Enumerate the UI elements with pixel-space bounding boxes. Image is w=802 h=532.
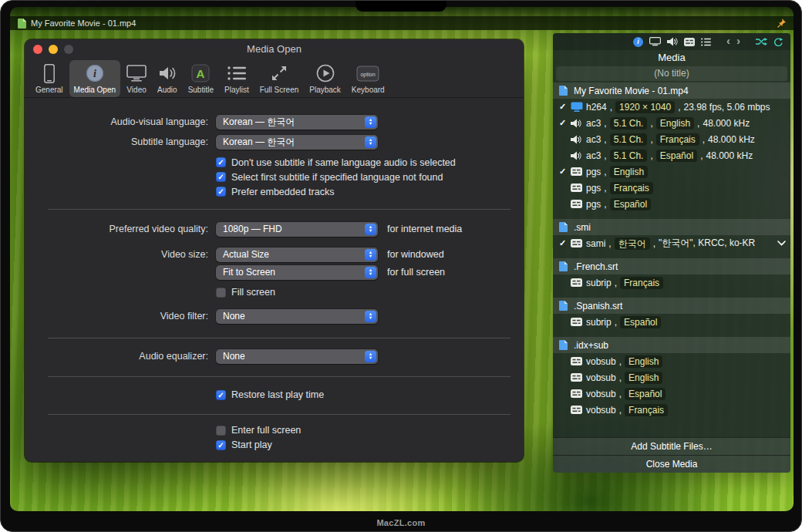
subtitle-tracks-icon[interactable] bbox=[684, 38, 695, 46]
stepper-icon: ▲▼ bbox=[365, 351, 376, 362]
track-badge: Español bbox=[610, 198, 651, 210]
subtitle-track-icon bbox=[571, 167, 586, 176]
track-text: vobsub bbox=[586, 389, 616, 399]
media-track-row[interactable]: subrip,Español bbox=[553, 314, 790, 330]
media-file-row[interactable]: .smi bbox=[553, 219, 790, 235]
media-track-row[interactable]: vobsub,Español bbox=[553, 386, 790, 402]
track-badge: 5.1 Ch. bbox=[610, 133, 648, 146]
media-file-row[interactable]: .French.srt bbox=[553, 258, 790, 274]
media-track-row[interactable]: vobsub,Français bbox=[553, 402, 790, 418]
row-gap bbox=[553, 291, 790, 298]
checkbox[interactable] bbox=[216, 172, 226, 182]
track-badge: Français bbox=[610, 182, 653, 194]
stepper-icon: ▲▼ bbox=[365, 224, 376, 235]
subtitle-track-icon bbox=[571, 239, 586, 247]
track-text: , bbox=[678, 102, 680, 113]
audio-track-icon bbox=[571, 135, 586, 144]
window-titlebar[interactable]: My Favorite Movie - 01.mp4 bbox=[10, 16, 794, 30]
video-size-windowed-select[interactable]: Actual Size ▲▼ bbox=[216, 247, 378, 262]
separator bbox=[48, 414, 511, 415]
track-text: , bbox=[610, 102, 612, 113]
track-text: ac3 bbox=[586, 150, 601, 161]
subtitle-track-icon bbox=[571, 184, 586, 192]
subtitle-track-icon bbox=[571, 278, 586, 287]
video-quality-select[interactable]: 1080p — FHD ▲▼ bbox=[216, 222, 378, 237]
media-track-row[interactable]: vobsub,English bbox=[553, 353, 790, 369]
audio-track-icon bbox=[571, 119, 586, 128]
start-play-checkbox[interactable] bbox=[216, 440, 226, 450]
window-title: My Favorite Movie - 01.mp4 bbox=[31, 16, 136, 30]
separator bbox=[48, 376, 511, 377]
track-text: h264 bbox=[586, 102, 607, 113]
track-text: ac3 bbox=[586, 134, 601, 145]
track-badge: 5.1 Ch. bbox=[610, 150, 648, 162]
file-name: My Favorite Movie - 01.mp4 bbox=[574, 86, 689, 96]
media-track-row[interactable]: ✓pgs,English bbox=[553, 163, 790, 180]
playlist-icon[interactable] bbox=[701, 38, 711, 46]
video-quality-row: Preferred video quality: 1080p — FHD ▲▼ … bbox=[25, 221, 524, 237]
video-tracks-icon[interactable] bbox=[649, 37, 661, 46]
next-icon[interactable]: › bbox=[736, 35, 740, 46]
chevron-down-icon[interactable] bbox=[777, 241, 786, 246]
close-media-button[interactable]: Close Media bbox=[553, 455, 790, 473]
fill-screen-checkbox[interactable] bbox=[216, 288, 226, 298]
checkbox-label: Start play bbox=[231, 439, 272, 450]
media-track-row[interactable]: ✓sami,한국어,"한국어", KRCC, ko-KR bbox=[553, 235, 790, 251]
media-track-row[interactable]: ✓h264,1920 × 1040,23.98 fps, 5.06 mbps bbox=[553, 99, 790, 115]
track-badge: English bbox=[656, 117, 694, 130]
pin-icon[interactable] bbox=[777, 19, 786, 28]
track-text: vobsub bbox=[586, 372, 616, 383]
track-text: subrip bbox=[586, 278, 612, 288]
track-text: , bbox=[619, 356, 622, 367]
enter-full-screen-checkbox[interactable] bbox=[216, 426, 226, 436]
stepper-icon: ▲▼ bbox=[365, 311, 376, 322]
audio-visual-language-select[interactable]: Korean — 한국어 ▲▼ bbox=[216, 115, 378, 130]
add-subtitle-files-button[interactable]: Add Subtitle Files… bbox=[553, 437, 790, 455]
movie-file-icon bbox=[18, 19, 26, 29]
field-note: for internet media bbox=[387, 224, 462, 234]
desktop: My Favorite Movie - 01.mp4 Media Open Ge… bbox=[10, 7, 794, 511]
media-track-row[interactable]: pgs,Español bbox=[553, 196, 790, 212]
repeat-icon[interactable] bbox=[773, 37, 783, 46]
media-no-title: (No title) bbox=[556, 66, 787, 81]
checkbox[interactable] bbox=[216, 187, 226, 197]
media-file-row[interactable]: .idx+sub bbox=[553, 337, 790, 353]
video-size-fullscreen-select[interactable]: Fit to Screen ▲▼ bbox=[216, 265, 378, 280]
field-label: Video size: bbox=[25, 247, 208, 262]
subtitle-track-icon bbox=[571, 200, 586, 208]
audio-tracks-icon[interactable] bbox=[667, 37, 678, 46]
checkbox-label: Fill screen bbox=[231, 287, 275, 298]
media-track-row[interactable]: ac3,5.1 Ch.,Español,48.000 kHz bbox=[553, 147, 790, 163]
media-track-row[interactable]: ✓ac3,5.1 Ch.,English,48.000 kHz bbox=[553, 115, 790, 131]
media-track-row[interactable]: vobsub,English bbox=[553, 369, 790, 386]
media-info-icon[interactable]: i bbox=[633, 37, 643, 47]
check-icon: ✓ bbox=[559, 238, 571, 248]
checkbox[interactable] bbox=[216, 157, 226, 167]
media-file-row[interactable]: .Spanish.srt bbox=[553, 298, 790, 314]
media-file-row[interactable]: My Favorite Movie - 01.mp4 bbox=[553, 82, 790, 99]
file-name: .French.srt bbox=[574, 261, 618, 272]
media-track-row[interactable]: pgs,Français bbox=[553, 180, 790, 196]
file-icon bbox=[559, 261, 569, 271]
track-text: 23.98 fps, 5.06 mbps bbox=[683, 102, 770, 113]
subtitle-language-select[interactable]: Korean — 한국어 ▲▼ bbox=[216, 135, 378, 150]
stepper-icon: ▲▼ bbox=[365, 267, 376, 278]
panel-title: Media bbox=[553, 50, 790, 66]
media-track-row[interactable]: ac3,5.1 Ch.,Français,48.000 kHz bbox=[553, 131, 790, 147]
track-badge: 한국어 bbox=[615, 237, 650, 250]
media-track-row[interactable]: subrip,Français bbox=[553, 274, 790, 291]
track-text: pgs bbox=[586, 199, 601, 210]
panel-toolbar: i ‹ › bbox=[553, 33, 790, 50]
audio-equalizer-select[interactable]: None ▲▼ bbox=[216, 349, 378, 364]
track-text: 48.000 kHz bbox=[708, 134, 755, 145]
restore-last-play-time-checkbox[interactable] bbox=[216, 390, 226, 400]
track-badge: Français bbox=[656, 133, 699, 146]
video-filter-select[interactable]: None ▲▼ bbox=[216, 309, 378, 324]
row-gap bbox=[553, 251, 790, 258]
track-badge: 1920 × 1040 bbox=[615, 101, 675, 113]
previous-icon[interactable]: ‹ bbox=[726, 35, 730, 46]
shuffle-icon[interactable] bbox=[756, 37, 767, 46]
video-filter-row: Video filter: None ▲▼ bbox=[25, 308, 524, 324]
checkbox-label: Select first subtitle if specified langu… bbox=[231, 172, 443, 183]
file-icon bbox=[559, 301, 569, 311]
